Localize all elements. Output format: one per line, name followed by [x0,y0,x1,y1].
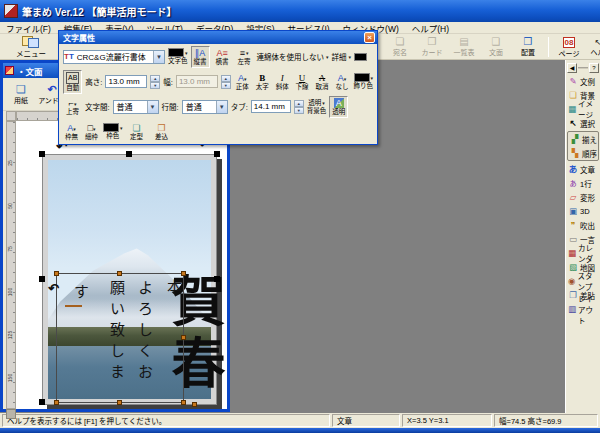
italic-button[interactable]: I 斜体 [274,73,291,91]
horizontal-writing-icon: A≡ [216,48,227,58]
line-spacing-select[interactable]: 普通 ▼ [182,100,228,114]
status-position: X=3.5 Y=3.1 [402,414,492,427]
width-field: 13.0 mm [176,75,218,88]
stamp-icon: ◉ [568,277,576,286]
addressee-icon: ❏ [396,37,405,47]
merge-button[interactable]: ❐ 差込 [151,123,173,141]
rotate-handle-icon[interactable]: ↶ [48,281,59,296]
text-box-outline[interactable] [56,273,184,403]
auto-size-button[interactable]: AB 自動 [63,70,82,94]
menu-button[interactable]: メニュー [8,35,54,59]
ruler-corner [6,111,16,121]
vertical-writing-button[interactable]: ∥A 縦書 [191,46,210,68]
renmen-dropdown[interactable]: 連綿体を使用しない ▾ [257,51,329,62]
height-field[interactable]: 13.0 mm [105,75,147,88]
text-handle[interactable] [181,335,186,340]
sidebar-item-bunrei[interactable]: ✎ 文例 [566,74,600,88]
template-button[interactable]: ❏ 定型 [126,123,148,141]
sidebar-item-select[interactable]: ↖ 選択 [566,116,600,130]
addressee-button[interactable]: ❏ 宛名 [385,35,415,59]
chevron-down-icon: ▾ [349,54,352,60]
one-line-icon: ぁ [568,179,578,188]
layout-icon: ▥ [568,305,576,314]
frame-none-button[interactable]: A▾ 枠無 [63,123,80,141]
deco-none-button[interactable]: A▾ なし [334,73,351,91]
palette-mini-control: ◀ ? [566,61,600,74]
deco-color-swatch [354,73,370,82]
paste-icon: ❐ [568,291,578,300]
sidebar-item-order[interactable]: ▚ 順序 [568,146,598,160]
font-select[interactable]: TT CRC&G流麗行書体 ▼ [63,50,165,64]
top-align-button[interactable]: ⌐▾ 上寄 [63,96,82,118]
char-spacing-select[interactable]: 普通 ▼ [113,100,159,114]
height-spinner[interactable]: ▲▼ [150,75,160,88]
dialog-title-bar[interactable]: 文字属性 × [59,31,377,44]
canvas[interactable]: 賀春 本 よろしくお 願い致しま す ↶ ↷ ↶ [16,121,227,409]
char-color-button[interactable]: ▾ 文字色 [168,48,188,65]
tab-field[interactable]: 14.1 mm [251,100,291,113]
bg-color-button[interactable]: 透明▾ 背景色 [307,99,327,115]
sidebar-item-balloon[interactable]: ❞ 吹出 [566,218,600,232]
help-button[interactable]: ↖? ヘルプ [586,35,600,59]
palette-help-icon[interactable]: ? [589,63,599,73]
cursor-icon: ↖ [568,119,578,128]
sidebar-item-align[interactable]: ▞ 揃え [568,132,598,146]
merge-icon: ❐ [157,123,165,133]
strikethrough-button[interactable]: A 取消 [314,73,331,91]
sidebar-item-3d[interactable]: ▣ 3D [566,204,600,218]
selection-handle[interactable] [39,399,45,405]
frame-color-button[interactable]: ▾ 枠色 [103,123,123,140]
detail-dropdown[interactable]: 詳細 ▾ [332,51,352,62]
sidebar-item-transform[interactable]: ▱ 変形 [566,190,600,204]
color-swatch[interactable] [354,53,367,61]
text-handle[interactable] [192,402,197,407]
sidebar-item-text[interactable]: あ 文章 [566,162,600,176]
calendar-icon: ▦ [568,249,576,258]
front-icon: ❑ [492,37,501,47]
page-number-icon: 08 [563,37,576,48]
page-button[interactable]: 08 ページ [554,35,584,59]
char-color-swatch [168,48,184,57]
menu-help[interactable]: ヘルプ(H) [412,22,449,34]
sidebar-item-stamp[interactable]: ◉ スタンプ [566,274,600,288]
font-tt-icon: TT [64,52,74,61]
underline-button[interactable]: U 下線 [294,73,311,91]
document-window-icon [5,66,14,75]
sidebar-item-oneline[interactable]: ぁ 1行 [566,176,600,190]
text-handle[interactable] [117,271,122,276]
collapse-arrow-icon[interactable]: ◀ [567,63,577,73]
tab-spinner[interactable]: ▲▼ [294,100,304,113]
selection-handle[interactable] [39,151,45,157]
thin-frame-button[interactable]: □▾ 細枠 [83,123,100,141]
paper-button[interactable]: ❏ 用紙 [7,80,35,108]
transparent-icon: A [334,98,344,108]
selection-handle[interactable] [214,151,220,157]
list-button[interactable]: ▤ 一覧表 [449,35,479,59]
chevron-down-icon: ▼ [147,101,158,113]
dialog-row-4: A▾ 枠無 □▾ 細枠 ▾ 枠色 ❏ 定型 ❐ 差込 [59,119,377,144]
dialog-row-2: AB 自動 高さ: 13.0 mm ▲▼ 幅: 13.0 mm ▲▼ A▾ 正体… [59,69,377,94]
transform-icon: ▱ [568,193,578,202]
text-handle[interactable] [181,271,186,276]
text-handle[interactable] [54,271,59,276]
place-button[interactable]: ❒ 配置 [513,35,543,59]
selection-handle[interactable] [214,276,220,282]
selection-handle[interactable] [39,276,45,282]
front-button[interactable]: ❑ 文面 [481,35,511,59]
text-handle[interactable] [117,400,122,405]
transparent-button[interactable]: A 透明 [329,96,348,118]
text-handle[interactable] [54,400,59,405]
align-button[interactable]: ≡▾ 左寄 [235,46,254,68]
menu-file[interactable]: ファイル(F) [6,22,51,34]
deco-color-button[interactable]: ▾ 飾り色 [354,73,374,90]
horizontal-writing-button[interactable]: A≡ 横書 [213,46,232,68]
card-button[interactable]: ❐ カード [417,35,447,59]
bold-button[interactable]: B 太字 [254,73,271,91]
sidebar-item-layout[interactable]: ▥ レイアウト [566,302,600,316]
text-handle[interactable] [181,400,186,405]
sidebar-item-calendar[interactable]: ▦ カレンダ [566,246,600,260]
sidebar-item-image[interactable]: ▦ イメージ [566,102,600,116]
selection-handle[interactable] [126,151,132,157]
close-icon[interactable]: × [364,32,375,43]
upright-button[interactable]: A▾ 正体 [234,73,251,91]
